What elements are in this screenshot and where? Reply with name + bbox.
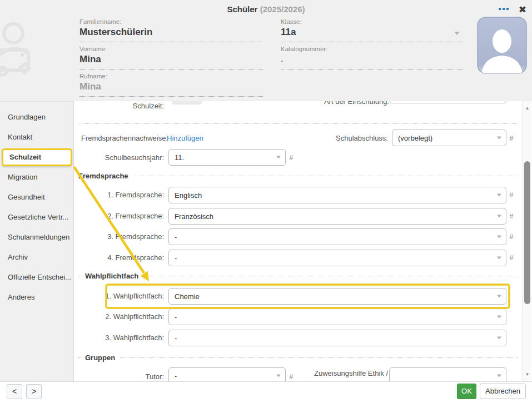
fremdsprache-1-value: Englisch	[175, 191, 202, 200]
fremdsprache-2-dropdown[interactable]: Französisch	[168, 208, 506, 225]
chevron-down-icon	[276, 375, 281, 377]
sidebar-item-gesundheit[interactable]: Gesundheit	[0, 190, 74, 205]
dialog-title-season: (2025/2026)	[260, 4, 305, 14]
wahlpflichtfach-2-label: 2. Wahlpflichtfach:	[74, 312, 164, 321]
section-gruppen: Gruppen	[78, 354, 518, 361]
sidebar-item-grundlagen[interactable]: Grundlagen	[0, 110, 74, 125]
klasse-field[interactable]: Klasse: 11a	[281, 18, 464, 42]
sidebar-item-migration[interactable]: Migration	[0, 170, 74, 185]
section-wahlpflichtfach: Wahlpflichtfach	[78, 272, 518, 280]
fremdsprache-1-dropdown[interactable]: Englisch	[168, 187, 506, 203]
wahlpflichtfach-2-dropdown[interactable]: -	[168, 309, 506, 325]
scroll-up-icon[interactable]: ▲	[523, 106, 532, 111]
dialog-footer: < > OK Abbrechen	[0, 381, 532, 403]
clipped-control[interactable]	[172, 101, 202, 105]
chevron-down-icon[interactable]	[454, 32, 460, 35]
sidebar-item-schulanmeldungen[interactable]: Schulanmeldungen	[0, 230, 74, 245]
schulzeit-panel: Schulzeit: Art der Einschulung: Fremdspr…	[74, 101, 522, 381]
dialog-title: Schüler (2025/2026)	[0, 4, 532, 14]
fremdsprache-3-label: 3. Fremdsprache:	[74, 232, 164, 241]
familienname-value[interactable]: Musterschülerin	[79, 27, 263, 39]
chevron-down-icon	[497, 375, 501, 377]
wahlpflichtfach-3-value: -	[175, 334, 177, 342]
sidebar: Grundlagen Kontakt Schulzeit Migration G…	[0, 101, 74, 381]
wahlpflichtfach-3-label: 3. Wahlpflichtfach:	[74, 334, 164, 342]
next-record-button[interactable]: >	[26, 384, 42, 399]
dialog-title-text: Schüler	[227, 4, 257, 14]
hash-icon[interactable]: #	[509, 253, 513, 262]
familienname-field[interactable]: Familienname: Musterschülerin	[79, 18, 263, 42]
chevron-down-icon	[497, 236, 501, 238]
hash-icon[interactable]: #	[289, 153, 293, 162]
section-gruppen-title: Gruppen	[85, 354, 115, 362]
schulbesuchsjahr-dropdown[interactable]: 11.	[168, 149, 286, 166]
hash-icon[interactable]: #	[509, 232, 513, 241]
cancel-button[interactable]: Abbrechen	[480, 384, 526, 399]
chevron-down-icon	[276, 156, 281, 159]
vorname-label: Vorname:	[79, 46, 263, 52]
fremdsprache-4-label: 4. Fremdsprache:	[74, 253, 164, 262]
hash-icon[interactable]: #	[509, 212, 513, 220]
hash-icon[interactable]: #	[289, 372, 293, 381]
familienname-label: Familienname:	[79, 18, 263, 25]
sidebar-item-archiv[interactable]: Archiv	[0, 250, 74, 265]
dialog-header: Schüler (2025/2026) ✖ Familienname: Must…	[0, 0, 532, 101]
wahlpflichtfach-1-value: Chemie	[175, 292, 200, 301]
vorname-field[interactable]: Vorname: Mina	[79, 46, 263, 69]
close-icon[interactable]: ✖	[519, 3, 526, 17]
previous-record-button[interactable]: <	[7, 384, 22, 399]
schueler-dialog: Schüler (2025/2026) ✖ Familienname: Must…	[0, 0, 532, 403]
sidebar-item-offizielle-entscheidungen[interactable]: Offizielle Entschei...	[0, 270, 74, 285]
rufname-value[interactable]: Mina	[79, 81, 263, 93]
fremdsprache-3-dropdown[interactable]: -	[168, 228, 506, 245]
chevron-down-icon	[497, 194, 501, 197]
rufname-label: Rufname:	[79, 73, 263, 79]
schulzeit-partial-label: Schulzeit:	[74, 102, 164, 110]
chevron-down-icon	[497, 316, 501, 319]
katalognummer-field: Katalognummer: -	[281, 46, 464, 69]
chevron-down-icon	[497, 337, 501, 340]
schulabschluss-dropdown[interactable]: (vorbelegt)	[392, 130, 506, 146]
sidebar-item-anderes[interactable]: Anderes	[0, 290, 74, 305]
wahlpflichtfach-1-dropdown[interactable]: Chemie	[168, 288, 506, 305]
schulbesuchsjahr-value: 11.	[175, 153, 184, 162]
katalognummer-value: -	[281, 54, 464, 66]
scroll-down-icon[interactable]: ▼	[523, 372, 532, 377]
einschulung-dropdown-clipped[interactable]	[389, 101, 506, 103]
divider	[79, 123, 517, 124]
fremdsprache-4-dropdown[interactable]: -	[168, 250, 506, 266]
scrollbar-thumb[interactable]	[524, 161, 530, 304]
chevron-down-icon	[497, 137, 501, 140]
hinzufuegen-link[interactable]: Hinzufügen	[167, 134, 203, 142]
vertical-scrollbar[interactable]: ▲ ▼	[522, 101, 531, 381]
klasse-label: Klasse:	[281, 18, 464, 25]
wahlpflichtfach-3-dropdown[interactable]: -	[168, 330, 506, 346]
section-fremdsprache: Fremdsprache	[78, 172, 518, 180]
fremdsprachennachweise-label: Fremdsprachennachweise:	[81, 134, 168, 142]
more-options-icon[interactable]	[499, 8, 509, 10]
student-photo-placeholder[interactable]	[477, 17, 527, 74]
fremdsprache-2-value: Französisch	[175, 212, 213, 221]
zuweisungshilfe-dropdown[interactable]	[389, 367, 506, 381]
chevron-down-icon	[497, 295, 501, 298]
titlebar: Schüler (2025/2026) ✖	[0, 3, 532, 17]
schulabschluss-label: Schulabschluss:	[298, 134, 388, 142]
sidebar-item-schulzeit[interactable]: Schulzeit	[2, 148, 72, 166]
hash-icon[interactable]: #	[509, 134, 513, 142]
einschulung-partial-label: Art der Einschulung:	[285, 101, 389, 106]
fremdsprache-1-label: 1. Fremdsprache:	[74, 191, 164, 199]
sidebar-item-gesetzliche-vertreter[interactable]: Gesetzliche Vertr...	[0, 210, 74, 225]
vorname-value[interactable]: Mina	[79, 54, 263, 66]
hash-icon[interactable]: #	[509, 191, 513, 199]
sidebar-item-kontakt[interactable]: Kontakt	[0, 130, 74, 145]
schulabschluss-value: (vorbelegt)	[398, 134, 432, 142]
tutor-dropdown[interactable]: -	[168, 367, 286, 381]
rufname-field[interactable]: Rufname: Mina	[79, 73, 263, 97]
student-watermark-icon	[0, 22, 89, 101]
fremdsprache-2-label: 2. Fremdsprache:	[74, 212, 164, 220]
schulbesuchsjahr-label: Schulbesuchsjahr:	[74, 153, 164, 162]
wahlpflichtfach-2-value: -	[175, 313, 177, 321]
katalognummer-label: Katalognummer:	[281, 46, 464, 52]
ok-button[interactable]: OK	[457, 384, 476, 399]
klasse-value[interactable]: 11a	[281, 27, 464, 39]
